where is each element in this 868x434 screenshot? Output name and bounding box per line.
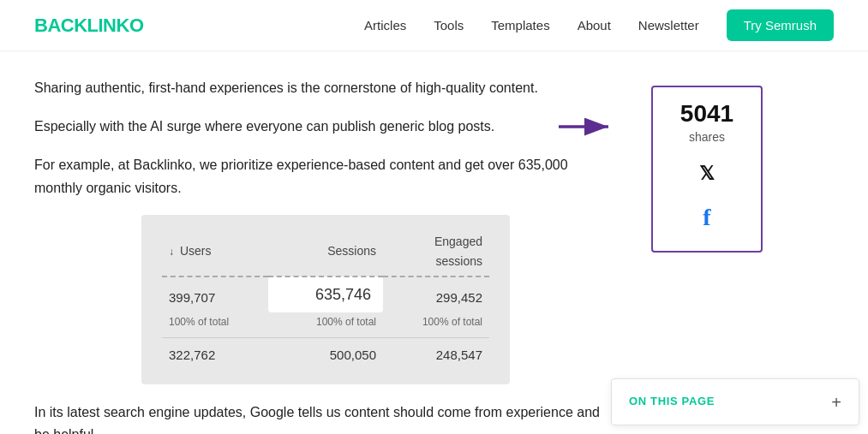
para-2: Especially with the AI surge where every… [34,116,547,138]
engaged-sub: 100% of total [383,312,489,338]
para-3: For example, at Backlinko, we prioritize… [34,154,617,199]
on-this-page-plus-icon[interactable]: + [831,394,841,411]
table-row-1-sub: 100% of total 100% of total 100% of tota… [162,312,489,338]
para-with-arrow: Especially with the AI surge where every… [34,115,617,139]
x-twitter-icon[interactable]: 𝕏 [699,158,715,188]
analytics-table-wrapper: ↓ Users Sessions Engagedsessions 399,707… [141,215,510,384]
main-content: Sharing authentic, first-hand experience… [34,77,617,434]
users-val: 399,707 [162,276,268,312]
social-icons: 𝕏 f [670,158,744,237]
table-row-1: 399,707 635,746 299,452 [162,276,489,312]
nav-templates[interactable]: Templates [491,18,549,33]
logo[interactable]: BACKLINKO [34,10,144,40]
share-box: 5041 shares 𝕏 f [651,86,763,253]
analytics-table: ↓ Users Sessions Engagedsessions 399,707… [162,232,489,367]
try-semrush-button[interactable]: Try Semrush [727,9,834,41]
facebook-icon[interactable]: f [703,199,710,237]
col-engaged-header[interactable]: Engagedsessions [383,232,489,276]
share-count: 5041 [670,101,744,128]
sessions-val-2: 500,050 [268,337,383,367]
share-label: shares [670,128,744,146]
nav-links: Articles Tools Templates About Newslette… [364,15,834,37]
page-wrapper: Sharing authentic, first-hand experience… [0,51,868,434]
on-this-page-bar[interactable]: ON THIS PAGE + [611,378,859,425]
engaged-val: 299,452 [383,276,489,312]
nav-about[interactable]: About [578,18,611,33]
col-sessions-header[interactable]: Sessions [268,232,383,276]
sort-icon: ↓ [169,246,174,258]
engaged-val-2: 248,547 [383,337,489,367]
users-val-2: 322,762 [162,337,268,367]
logo-text: BACKLINK [34,15,129,36]
navbar: BACKLINKO Articles Tools Templates About… [0,0,868,51]
para-4: In its latest search engine updates, Goo… [34,401,617,434]
table-row-2: 322,762 500,050 248,547 [162,337,489,367]
nav-tools[interactable]: Tools [434,18,464,33]
users-sub: 100% of total [162,312,268,338]
sessions-sub: 100% of total [268,312,383,338]
nav-articles[interactable]: Articles [364,18,406,33]
sessions-val-highlight: 635,746 [268,276,383,312]
logo-o: O [129,15,144,36]
arrow-icon [557,115,617,139]
on-this-page-label: ON THIS PAGE [629,393,715,411]
col-users-header[interactable]: ↓ Users [162,232,268,276]
nav-newsletter[interactable]: Newsletter [638,18,699,33]
para-1: Sharing authentic, first-hand experience… [34,77,617,99]
